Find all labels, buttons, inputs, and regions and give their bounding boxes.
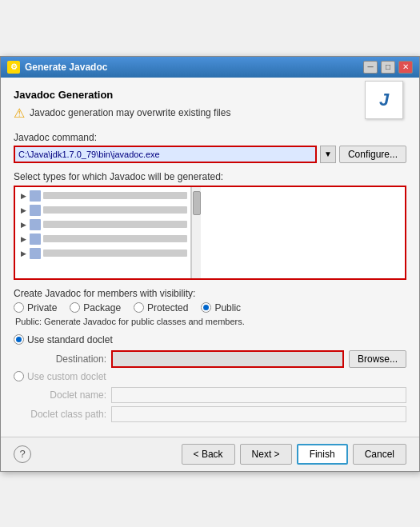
package-radio[interactable] [70,302,80,313]
tree-item[interactable]: ▶ [15,232,190,246]
doclet-classpath-row: Doclet class path: [14,406,406,422]
help-button[interactable]: ? [14,445,31,463]
destination-row: Destination: Browse... [14,350,406,368]
public-radio[interactable] [201,302,211,313]
standard-doclet-label: Use standard doclet [27,334,113,345]
custom-doclet-radio[interactable] [14,371,24,381]
destination-label: Destination: [26,353,106,365]
logo-j-letter: J [379,90,389,110]
protected-label: Protected [147,302,188,313]
standard-doclet-radio-item[interactable]: Use standard doclet [14,334,113,345]
header-area: Javadoc Generation ⚠ Javadoc generation … [14,89,406,121]
tree-item-text [43,206,187,214]
dialog-footer: ? < Back Next > Finish Cancel [1,437,419,471]
doclet-name-input [111,387,406,403]
title-bar-left: ⚙ Generate Javadoc [7,61,107,74]
doclet-section: Use standard doclet Destination: Browse.… [14,334,406,368]
warning-row: ⚠ Javadoc generation may overwrite exist… [14,106,406,121]
visibility-label: Create Javadoc for members with visibili… [14,288,406,299]
types-label: Select types for which Javadoc will be g… [14,171,406,182]
window-icon: ⚙ [7,61,20,74]
title-bar-controls: ─ □ ✕ [363,61,413,74]
back-button[interactable]: < Back [182,444,235,465]
private-radio[interactable] [14,302,24,313]
private-label: Private [27,302,57,313]
browse-button[interactable]: Browse... [349,350,406,368]
tree-item-icon [30,190,41,202]
visibility-private[interactable]: Private [14,302,57,313]
standard-doclet-row: Use standard doclet [14,334,406,345]
protected-radio[interactable] [134,302,144,313]
visibility-description: Public: Generate Javadoc for public clas… [14,317,406,326]
finish-button[interactable]: Finish [297,444,348,465]
close-button[interactable]: ✕ [398,61,413,74]
doclet-name-label: Doclet name: [26,389,106,401]
tree-item-icon [30,205,41,216]
custom-doclet-row: Use custom doclet [14,371,406,382]
tree-item-text [43,192,187,199]
doclet-classpath-input [111,406,406,422]
dialog-title: Javadoc Generation [14,89,406,101]
minimize-button[interactable]: ─ [363,61,378,74]
tree-item[interactable]: ▶ [15,189,190,203]
tree-item[interactable]: ▶ [15,246,190,261]
javadoc-command-label: Javadoc command: [14,132,406,143]
tree-item-icon [30,234,41,245]
maximize-button[interactable]: □ [381,61,395,74]
tree-item-text [43,221,187,228]
visibility-section: Create Javadoc for members with visibili… [14,288,406,326]
expand-arrow: ▶ [18,206,28,215]
visibility-public[interactable]: Public [201,302,241,313]
expand-arrow: ▶ [18,234,28,244]
types-tree-list[interactable]: ▶ ▶ ▶ ▶ [15,187,191,278]
tree-scrollbar[interactable] [191,187,201,278]
visibility-package[interactable]: Package [70,302,121,313]
footer-buttons: < Back Next > Finish Cancel [182,444,406,465]
doclet-name-row: Doclet name: [14,387,406,403]
custom-doclet-section: Use custom doclet Doclet name: Doclet cl… [14,371,406,422]
visibility-radio-row: Private Package Protected Public [14,302,406,313]
custom-doclet-label: Use custom doclet [27,371,106,382]
tree-item[interactable]: ▶ [15,218,190,232]
next-button[interactable]: Next > [240,444,292,465]
tree-item-text [43,250,187,257]
tree-item-icon [30,219,41,230]
title-bar: ⚙ Generate Javadoc ─ □ ✕ [1,57,419,78]
package-label: Package [83,302,121,313]
visibility-protected[interactable]: Protected [134,302,188,313]
configure-button[interactable]: Configure... [339,146,406,163]
standard-doclet-radio[interactable] [14,334,24,345]
tree-scrollbar-thumb [193,191,201,215]
public-label: Public [214,302,241,313]
doclet-classpath-label: Doclet class path: [26,409,106,420]
custom-doclet-radio-item[interactable]: Use custom doclet [14,371,106,382]
warning-text: Javadoc generation may overwrite existin… [30,107,230,118]
javadoc-command-input[interactable] [14,146,317,163]
tree-item-icon [30,248,41,259]
dialog-content: Javadoc Generation ⚠ Javadoc generation … [1,78,419,437]
tree-item[interactable]: ▶ [15,203,190,218]
types-tree-panel[interactable]: ▶ ▶ ▶ ▶ [14,186,406,280]
types-right-panel [201,187,405,278]
destination-input[interactable] [111,350,344,368]
tree-item-text [43,235,187,242]
generate-javadoc-window: ⚙ Generate Javadoc ─ □ ✕ Javadoc Generat… [0,56,420,472]
javadoc-command-row: ▼ Configure... [14,146,406,163]
javadoc-logo-area: J [365,81,406,122]
expand-arrow: ▶ [18,249,28,258]
expand-arrow: ▶ [18,220,28,230]
expand-arrow: ▶ [18,191,28,201]
javadoc-command-dropdown[interactable]: ▼ [320,146,336,163]
javadoc-logo: J [365,81,403,119]
window-title: Generate Javadoc [25,62,107,73]
cancel-button[interactable]: Cancel [353,444,406,465]
warning-icon: ⚠ [14,106,25,121]
